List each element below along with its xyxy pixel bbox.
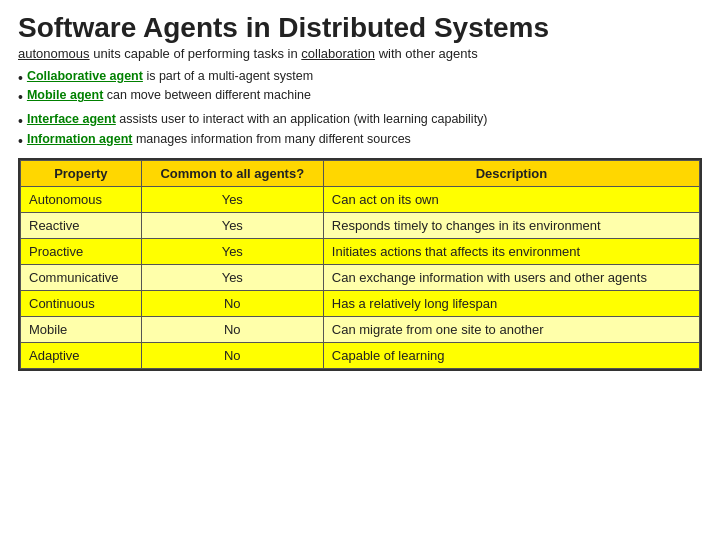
table-row: ContinuousNoHas a relatively long lifesp… — [21, 290, 700, 316]
cell-common: Yes — [141, 238, 323, 264]
col-header-description: Description — [323, 160, 699, 186]
bullet-dot-1: • — [18, 69, 23, 87]
bullet-1-highlight: Collaborative agent — [27, 69, 143, 83]
bullet-3-highlight: Interface agent — [27, 112, 116, 126]
bullet-dot-4: • — [18, 132, 23, 150]
bullet-4-text: Information agent manages information fr… — [27, 132, 411, 146]
bullet-dot-3: • — [18, 112, 23, 130]
cell-common: Yes — [141, 212, 323, 238]
table-row: MobileNoCan migrate from one site to ano… — [21, 316, 700, 342]
bullet-4-highlight: Information agent — [27, 132, 133, 146]
cell-property: Mobile — [21, 316, 142, 342]
cell-common: Yes — [141, 264, 323, 290]
table-row: ProactiveYesInitiates actions that affec… — [21, 238, 700, 264]
cell-description: Can act on its own — [323, 186, 699, 212]
subtitle: autonomous units capable of performing t… — [18, 46, 702, 61]
bullet-1-text: Collaborative agent is part of a multi-a… — [27, 69, 313, 83]
cell-property: Adaptive — [21, 342, 142, 368]
bullet-list: • Collaborative agent is part of a multi… — [18, 69, 702, 106]
cell-property: Communicative — [21, 264, 142, 290]
bullet-1-rest: is part of a multi-agent system — [143, 69, 313, 83]
cell-description: Can migrate from one site to another — [323, 316, 699, 342]
bullet-2: • Mobile agent can move between differen… — [18, 88, 702, 106]
cell-property: Reactive — [21, 212, 142, 238]
subtitle-after: with other agents — [375, 46, 478, 61]
bullet-3-text: Interface agent assists user to interact… — [27, 112, 488, 126]
bullet-1: • Collaborative agent is part of a multi… — [18, 69, 702, 87]
subtitle-autonomous: autonomous — [18, 46, 90, 61]
agent-table-container: Property Common to all agents? Descripti… — [18, 158, 702, 371]
cell-common: No — [141, 342, 323, 368]
table-row: CommunicativeYesCan exchange information… — [21, 264, 700, 290]
bullet-4: • Information agent manages information … — [18, 132, 702, 150]
cell-description: Responds timely to changes in its enviro… — [323, 212, 699, 238]
bullet-2-rest: can move between different machine — [103, 88, 311, 102]
cell-description: Initiates actions that affects its envir… — [323, 238, 699, 264]
table-row: ReactiveYesResponds timely to changes in… — [21, 212, 700, 238]
bullet-2-highlight: Mobile agent — [27, 88, 103, 102]
bullet-4-rest: manages information from many different … — [132, 132, 410, 146]
bullet-3: • Interface agent assists user to intera… — [18, 112, 702, 130]
cell-description: Capable of learning — [323, 342, 699, 368]
cell-property: Proactive — [21, 238, 142, 264]
cell-common: Yes — [141, 186, 323, 212]
subtitle-middle: units capable of performing tasks in — [90, 46, 302, 61]
cell-common: No — [141, 316, 323, 342]
bullet-dot-2: • — [18, 88, 23, 106]
subtitle-collaboration: collaboration — [301, 46, 375, 61]
cell-description: Can exchange information with users and … — [323, 264, 699, 290]
agent-table: Property Common to all agents? Descripti… — [20, 160, 700, 369]
table-header-row: Property Common to all agents? Descripti… — [21, 160, 700, 186]
main-container: Software Agents in Distributed Systems a… — [0, 0, 720, 540]
table-row: AdaptiveNoCapable of learning — [21, 342, 700, 368]
cell-property: Continuous — [21, 290, 142, 316]
cell-property: Autonomous — [21, 186, 142, 212]
table-row: AutonomousYesCan act on its own — [21, 186, 700, 212]
cell-description: Has a relatively long lifespan — [323, 290, 699, 316]
col-header-property: Property — [21, 160, 142, 186]
cell-common: No — [141, 290, 323, 316]
bullet-list-2: • Interface agent assists user to intera… — [18, 112, 702, 149]
page-title: Software Agents in Distributed Systems — [18, 12, 702, 44]
col-header-common: Common to all agents? — [141, 160, 323, 186]
bullet-2-text: Mobile agent can move between different … — [27, 88, 311, 102]
bullet-3-rest: assists user to interact with an applica… — [116, 112, 488, 126]
